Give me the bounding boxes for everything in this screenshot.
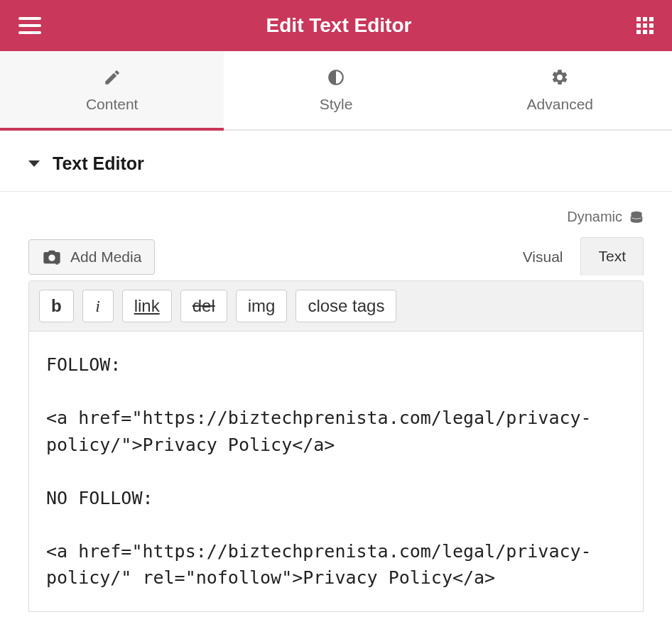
section-title: Text Editor <box>53 153 144 174</box>
gear-icon <box>550 67 570 87</box>
chevron-down-icon <box>28 160 40 167</box>
database-icon[interactable] <box>629 210 644 224</box>
visual-mode-tab[interactable]: Visual <box>505 238 581 275</box>
add-media-button[interactable]: Add Media <box>28 239 155 275</box>
tab-advanced-label: Advanced <box>527 96 593 113</box>
editor-toolbar: b i link del img close tags <box>28 280 644 332</box>
tab-content-label: Content <box>86 96 139 113</box>
italic-button[interactable]: i <box>82 290 114 322</box>
menu-icon[interactable] <box>18 17 41 34</box>
tab-content[interactable]: Content <box>0 51 224 129</box>
text-editor-input[interactable]: FOLLOW: <a href="https://biztechprenista… <box>28 332 644 612</box>
del-button[interactable]: del <box>180 290 227 322</box>
tab-advanced[interactable]: Advanced <box>448 51 672 129</box>
pencil-icon <box>102 67 122 87</box>
close-tags-button[interactable]: close tags <box>296 290 396 322</box>
main-tabs: Content Style Advanced <box>0 51 672 131</box>
contrast-icon <box>326 67 346 87</box>
tab-style-label: Style <box>320 96 353 113</box>
tab-style[interactable]: Style <box>224 51 448 129</box>
add-media-label: Add Media <box>70 249 141 266</box>
section-header[interactable]: Text Editor <box>28 153 644 174</box>
apps-grid-icon[interactable] <box>636 17 654 34</box>
img-button[interactable]: img <box>236 290 288 322</box>
bold-button[interactable]: b <box>39 290 74 322</box>
editor-top-row: Add Media Visual Text <box>28 236 644 275</box>
editor-container: Dynamic Add Media Visual Text b i link d… <box>0 192 672 612</box>
app-header: Edit Text Editor <box>0 0 672 51</box>
page-title: Edit Text Editor <box>266 14 412 37</box>
dynamic-label[interactable]: Dynamic <box>567 209 622 225</box>
text-mode-tab[interactable]: Text <box>580 237 644 275</box>
link-button[interactable]: link <box>122 290 172 322</box>
section-text-editor: Text Editor <box>0 131 672 192</box>
editor-mode-tabs: Visual Text <box>505 236 644 275</box>
dynamic-row: Dynamic <box>28 209 644 236</box>
camera-icon <box>42 249 62 266</box>
